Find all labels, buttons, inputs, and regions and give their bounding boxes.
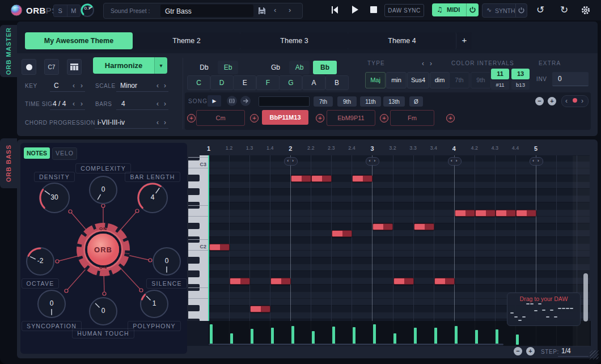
velocity-bar[interactable] [210,324,213,345]
daw-sync-button[interactable]: DAW SYNC [384,4,424,17]
drag-to-daw-panel[interactable]: Drag to your DAW [507,293,581,326]
interval-button-9th[interactable]: 9th [471,72,491,88]
song-extension-11th[interactable]: 11th [360,96,381,107]
velocity-bar[interactable] [516,335,519,345]
piano-note-F2[interactable] [496,210,516,217]
piano-note-G1[interactable] [270,278,291,285]
piano-note-Bb2[interactable] [352,175,373,182]
song-extension-7th[interactable]: 7th [314,96,333,107]
bar-handle[interactable]: ‹ › [284,157,298,166]
piano-note-Eb1[interactable] [250,306,270,312]
v-scrollbar[interactable] [583,273,588,321]
step-decrease-button[interactable]: − [514,347,522,355]
orb-master-tab[interactable]: ORB MASTER [0,25,17,77]
velocity-bar[interactable] [271,328,274,345]
settings-gear-icon[interactable] [581,5,591,15]
variation-next-button[interactable]: › [581,98,583,104]
velocity-bar[interactable] [230,333,233,345]
theme-tab-4[interactable]: Theme 4 [348,32,456,49]
piano-note-G1[interactable] [393,278,414,285]
velocity-bar[interactable] [414,328,417,345]
velocity-bar[interactable] [251,329,253,345]
chord-slot-Cm[interactable]: Cm [196,110,245,126]
redo-button[interactable]: ↻ [560,4,568,15]
note-button-D[interactable]: D [210,75,234,90]
piano-note-Eb2[interactable] [414,223,434,230]
sound-preset-input[interactable]: Gtr Bass [160,5,253,17]
add-chord-button-5[interactable]: + [446,114,455,122]
chord-progression-value[interactable]: i-VII-III-iv [98,118,125,126]
velocity-bar[interactable] [496,329,498,345]
arrow-circle-button[interactable] [240,96,251,106]
song-extension-13th[interactable]: 13th [383,96,405,107]
progression-next-button[interactable]: › [164,120,166,125]
bars-next-button[interactable]: › [164,101,166,107]
velocity-bar[interactable] [455,326,458,345]
add-chord-button-4[interactable]: + [380,114,388,122]
black-key[interactable] [188,305,200,312]
piano-note-Bb2[interactable] [291,175,311,182]
black-key[interactable] [188,257,200,264]
step-value[interactable]: 1/4 [561,347,571,355]
velocity-bar[interactable] [291,326,294,345]
note-button-Db[interactable]: Db [194,61,214,74]
type-option-dim[interactable]: dim [430,72,450,88]
stop-button[interactable] [370,6,377,13]
velocity-bar[interactable] [434,328,437,345]
add-theme-button[interactable]: + [457,32,472,49]
piano-note-F2[interactable] [475,210,496,217]
velocity-bar[interactable] [332,327,335,345]
play-button[interactable] [350,5,359,14]
interval-button-13[interactable]: 13 [511,69,530,79]
h-scrollbar[interactable] [209,344,503,345]
theme-tab-1[interactable]: My Awesome Theme [25,32,133,49]
scale-prev-button[interactable]: ‹ [156,83,159,88]
preset-prev-button[interactable]: ‹ [274,7,276,13]
piano-note-F2[interactable] [455,210,475,217]
time-sig-next-button[interactable]: › [81,101,83,107]
add-chord-button-3[interactable]: + [316,114,324,122]
black-key[interactable] [188,270,200,277]
inv-field[interactable]: 0 [552,72,589,86]
theme-tab-2[interactable]: Theme 2 [133,32,241,49]
black-key[interactable] [188,175,200,181]
interval-button-#11[interactable]: #11 [491,81,509,90]
bar-handle[interactable]: ‹ › [366,157,379,166]
song-extension-9th[interactable]: 9th [337,96,357,107]
song-play-button[interactable]: ▶ [208,95,221,107]
step-increase-button[interactable]: + [526,347,535,355]
type-prev-button[interactable]: ‹ [422,61,424,66]
skip-start-button[interactable] [331,6,339,14]
velocity-bar[interactable] [353,327,355,345]
note-button-B[interactable]: B [325,75,349,90]
chord-slot-Fm[interactable]: Fm [390,110,434,126]
note-button-Bb[interactable]: Bb [313,61,337,74]
chord-slot-BbP11M13[interactable]: BbP11M13 [262,110,308,125]
time-sig-value[interactable]: 4 / 4 [53,100,66,108]
interval-button-b13[interactable]: b13 [511,81,530,90]
undo-button[interactable]: ↺ [536,4,544,15]
velocity-bar[interactable] [393,333,396,345]
type-option-min[interactable]: min [386,72,407,88]
type-option-Maj[interactable]: Maj [365,72,386,88]
velocity-bar[interactable] [312,331,315,345]
add-chord-button-1[interactable]: + [187,114,196,122]
piano-note-Bb2[interactable] [311,175,332,182]
bars-prev-button[interactable]: ‹ [156,101,159,107]
black-key[interactable] [188,188,200,195]
interval-button-11[interactable]: 11 [491,69,509,79]
bars-value[interactable]: 4 [121,100,125,108]
note-button-A[interactable]: A [302,75,325,90]
record-mode-button[interactable] [22,59,36,75]
scale-value[interactable]: Minor [120,82,137,90]
note-button-Gb[interactable]: Gb [265,61,286,74]
piano-note-G1[interactable] [230,278,250,285]
key-prev-button[interactable]: ‹ [73,83,75,88]
chord-slot-EbM9P11[interactable]: EbM9P11 [327,110,375,126]
midi-power-icon[interactable] [469,6,476,14]
resize-handle[interactable] [590,350,599,359]
song-remove-button[interactable]: − [535,97,544,105]
song-name-input[interactable] [259,96,310,107]
solo-button[interactable]: S [54,5,67,16]
key-next-button[interactable]: › [81,83,83,88]
